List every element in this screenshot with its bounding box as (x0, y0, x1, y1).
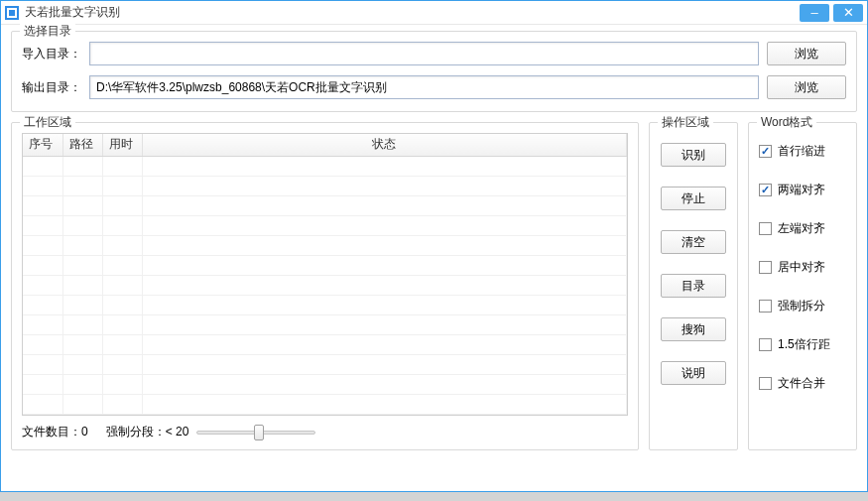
col-seq[interactable]: 序号 (23, 134, 62, 156)
directory-section: 选择目录 导入目录： 浏览 输出目录： 浏览 (11, 31, 857, 112)
checkbox-icon (759, 222, 772, 235)
ops-legend: 操作区域 (658, 114, 713, 131)
minimize-button[interactable]: – (800, 4, 829, 22)
import-label: 导入目录： (22, 46, 81, 63)
work-section: 工作区域 序号 路径 用时 状态 (11, 122, 639, 450)
table-row[interactable] (23, 235, 627, 255)
work-legend: 工作区域 (20, 114, 75, 131)
opt-force-break[interactable]: 强制拆分 (759, 298, 846, 314)
output-label: 输出目录： (22, 79, 81, 96)
table-row[interactable] (23, 295, 627, 314)
table-row[interactable] (23, 354, 627, 374)
file-table-wrap: 序号 路径 用时 状态 (22, 133, 628, 416)
checkbox-icon (759, 261, 772, 274)
force-split-control: 强制分段：< 20 (106, 424, 628, 441)
table-row[interactable] (23, 394, 627, 414)
app-icon (5, 6, 19, 20)
opt-file-merge[interactable]: 文件合并 (759, 375, 846, 392)
window-title: 天若批量文字识别 (25, 4, 120, 21)
output-browse-button[interactable]: 浏览 (767, 75, 846, 99)
table-row[interactable] (23, 195, 627, 215)
ops-section: 操作区域 识别 停止 清空 目录 搜狗 说明 (649, 122, 738, 450)
close-button[interactable]: ✕ (833, 4, 863, 22)
window-controls: – ✕ (800, 4, 863, 22)
checkbox-icon (759, 377, 772, 390)
directory-legend: 选择目录 (20, 23, 75, 40)
sogou-button[interactable]: 搜狗 (661, 317, 726, 341)
checkbox-icon (759, 184, 772, 196)
word-legend: Word格式 (757, 114, 816, 131)
opt-left-align[interactable]: 左端对齐 (759, 220, 846, 237)
opt-center-align[interactable]: 居中对齐 (759, 259, 846, 276)
table-header-row: 序号 路径 用时 状态 (23, 134, 627, 156)
opt-justify[interactable]: 两端对齐 (759, 182, 846, 198)
app-window: 天若批量文字识别 – ✕ 选择目录 导入目录： 浏览 输出目录： 浏览 工作区域 (0, 0, 868, 492)
table-row[interactable] (23, 374, 627, 394)
file-table: 序号 路径 用时 状态 (23, 134, 627, 415)
slider-thumb[interactable] (254, 425, 264, 440)
table-row[interactable] (23, 314, 627, 334)
checkbox-icon (759, 145, 772, 158)
output-input[interactable] (89, 75, 759, 99)
import-row: 导入目录： 浏览 (22, 42, 846, 65)
table-row[interactable] (23, 156, 627, 176)
force-split-label: 强制分段：< 20 (106, 424, 189, 440)
work-footer: 文件数目：0 强制分段：< 20 (22, 416, 628, 441)
import-input[interactable] (89, 42, 759, 65)
checkbox-icon (759, 338, 772, 351)
content-area: 选择目录 导入目录： 浏览 输出目录： 浏览 工作区域 (1, 25, 867, 458)
file-count: 文件数目：0 (22, 424, 88, 440)
table-row[interactable] (23, 275, 627, 295)
table-row[interactable] (23, 334, 627, 354)
col-time[interactable]: 用时 (102, 134, 142, 156)
table-row[interactable] (23, 176, 627, 195)
table-row[interactable] (23, 255, 627, 275)
lower-panels: 工作区域 序号 路径 用时 状态 (11, 122, 857, 450)
opt-line-spacing[interactable]: 1.5倍行距 (759, 336, 846, 353)
table-row[interactable] (23, 215, 627, 235)
recognize-button[interactable]: 识别 (661, 143, 726, 167)
directory-button[interactable]: 目录 (661, 274, 726, 298)
titlebar: 天若批量文字识别 – ✕ (1, 1, 867, 25)
checkbox-icon (759, 300, 772, 313)
clear-button[interactable]: 清空 (661, 230, 726, 254)
help-button[interactable]: 说明 (661, 361, 726, 385)
force-split-slider[interactable] (196, 424, 315, 441)
import-browse-button[interactable]: 浏览 (767, 42, 846, 65)
col-path[interactable]: 路径 (62, 134, 102, 156)
opt-first-indent[interactable]: 首行缩进 (759, 143, 846, 160)
word-section: Word格式 首行缩进 两端对齐 左端对齐 居中对齐 (748, 122, 857, 450)
output-row: 输出目录： 浏览 (22, 75, 846, 99)
stop-button[interactable]: 停止 (661, 187, 726, 210)
table-body (23, 156, 627, 414)
col-status[interactable]: 状态 (142, 134, 627, 156)
